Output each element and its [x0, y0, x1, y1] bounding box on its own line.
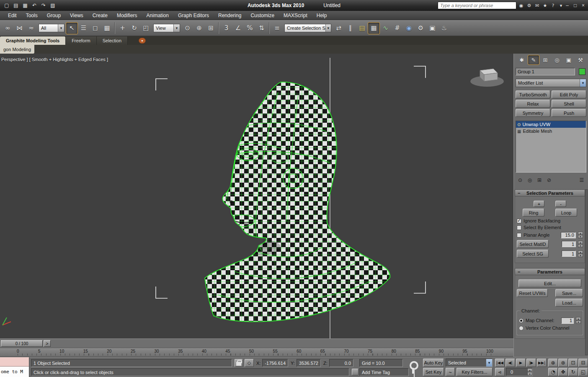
- stack-item-editable-mesh[interactable]: ▦ Editable Mesh: [516, 128, 586, 134]
- select-and-manipulate-icon[interactable]: ⊕: [193, 23, 205, 34]
- vertex-color-radio[interactable]: [519, 326, 524, 331]
- key-mode-toggle[interactable]: ⊲: [495, 368, 505, 376]
- zoom-region-icon[interactable]: ⊟: [578, 359, 588, 367]
- orbit-icon[interactable]: ↻: [568, 368, 578, 376]
- ignore-backfacing-checkbox[interactable]: [517, 219, 521, 223]
- hierarchy-tab-icon[interactable]: ⊞: [540, 55, 551, 65]
- select-matid-button[interactable]: Select MatID: [517, 240, 549, 248]
- tab-polygon-modeling[interactable]: gon Modeling: [0, 45, 34, 54]
- go-to-start-icon[interactable]: |◀◀: [495, 359, 505, 367]
- next-frame-icon[interactable]: |▶: [526, 359, 536, 367]
- percent-snap-toggle-icon[interactable]: %: [244, 23, 255, 34]
- menu-customize[interactable]: Customize: [246, 11, 279, 20]
- selection-set-keys-dropdown[interactable]: Selected ▾: [446, 359, 493, 367]
- auto-key-button[interactable]: Auto Key: [423, 359, 444, 367]
- spinner-snap-toggle-icon[interactable]: ⇅: [256, 23, 267, 34]
- absolute-offset-toggle[interactable]: ◇: [245, 359, 254, 367]
- modifier-enable-icon[interactable]: ⊙: [517, 122, 521, 127]
- ignore-backfacing-row[interactable]: Ignore Backfacing: [517, 218, 583, 223]
- menu-create[interactable]: Create: [88, 11, 112, 20]
- show-end-result-icon[interactable]: ◎: [525, 176, 534, 184]
- tab-graphite-modeling-tools[interactable]: Graphite Modeling Tools: [0, 36, 66, 45]
- motion-tab-icon[interactable]: ◎: [552, 55, 562, 65]
- subscription-center-icon[interactable]: ⚙: [526, 2, 533, 9]
- remove-modifier-icon[interactable]: ⊘: [544, 176, 554, 184]
- select-and-rotate-icon[interactable]: ↻: [129, 23, 140, 34]
- track-bar[interactable]: 0 / 100 >: [0, 338, 513, 348]
- z-coordinate-field[interactable]: 0.0: [329, 359, 353, 367]
- selection-parameters-header[interactable]: − Selection Parameters: [515, 189, 585, 196]
- communication-center-icon[interactable]: ✉: [534, 2, 541, 9]
- graphite-ribbon-toggle-icon[interactable]: ▦: [368, 23, 379, 34]
- align-icon[interactable]: ∥: [345, 23, 356, 34]
- modify-tab-icon[interactable]: ✎: [528, 55, 539, 65]
- go-to-end-icon[interactable]: ▶▶|: [537, 359, 547, 367]
- object-name-field[interactable]: [516, 68, 575, 75]
- tab-selection[interactable]: Selection: [97, 36, 128, 45]
- perspective-viewport[interactable]: Perspective ] [ Smooth + Highlights + Ed…: [0, 54, 513, 338]
- project-folder-icon[interactable]: ▧: [49, 2, 57, 9]
- render-setup-icon[interactable]: ⚙: [415, 23, 426, 34]
- close-button[interactable]: ×: [580, 2, 586, 8]
- menu-graph-editors[interactable]: Graph Editors: [173, 11, 214, 20]
- modifier-list-dropdown[interactable]: Modifier List ▾: [516, 79, 586, 87]
- frame-spinner[interactable]: ▴▾: [527, 368, 532, 376]
- mirror-icon[interactable]: ⇄: [333, 23, 344, 34]
- next-frame-button[interactable]: >: [44, 340, 51, 347]
- menu-animation[interactable]: Animation: [142, 11, 173, 20]
- open-file-icon[interactable]: ▤: [12, 2, 20, 9]
- reset-uvws-button[interactable]: Reset UVWs: [517, 289, 548, 297]
- map-channel-radio[interactable]: [519, 318, 524, 323]
- edit-named-selection-sets-icon[interactable]: ≡: [271, 23, 283, 34]
- map-channel-spinner[interactable]: ▴▾: [576, 317, 581, 324]
- set-key-button[interactable]: Set Key: [423, 368, 444, 376]
- modifier-button-edit-poly[interactable]: Edit Poly: [552, 90, 586, 98]
- head-model[interactable]: [205, 82, 390, 322]
- select-by-element-row[interactable]: Select By Element: [517, 225, 583, 230]
- planar-angle-spinner[interactable]: ▴▾: [578, 232, 583, 238]
- viewport-label[interactable]: Perspective ] [ Smooth + Highlights + Ed…: [1, 57, 108, 62]
- grow-selection-button[interactable]: +: [534, 201, 544, 207]
- time-tag-icon[interactable]: [352, 369, 358, 375]
- ring-button[interactable]: Ring: [523, 209, 544, 217]
- parameters-header[interactable]: − Parameters: [515, 268, 585, 275]
- create-tab-icon[interactable]: ✱: [516, 55, 527, 65]
- menu-views[interactable]: Views: [65, 11, 88, 20]
- select-by-name-icon[interactable]: ☰: [78, 23, 89, 34]
- named-selection-sets-dropdown[interactable]: Create Selection Se ▾: [284, 24, 331, 32]
- minimize-button[interactable]: –: [564, 2, 570, 8]
- new-scene-icon[interactable]: ▢: [3, 2, 11, 9]
- sg-field[interactable]: 1: [562, 250, 576, 257]
- configure-modifier-sets-icon[interactable]: ☰: [577, 176, 586, 184]
- undo-icon[interactable]: ↶: [30, 2, 39, 9]
- modifier-button-turbosmooth[interactable]: TurboSmooth: [516, 90, 550, 98]
- rectangular-selection-region-icon[interactable]: ◻: [90, 23, 101, 34]
- modifier-button-push[interactable]: Push: [552, 109, 586, 117]
- matid-spinner[interactable]: ▴▾: [578, 241, 583, 248]
- key-filters-button[interactable]: Key Filters...: [456, 368, 493, 376]
- curve-editor-icon[interactable]: ∿: [380, 23, 391, 34]
- select-sg-button[interactable]: Select SG: [517, 250, 549, 258]
- timeline-ruler[interactable]: 0510152025303540455055606570758085909510…: [0, 348, 513, 357]
- rendered-frame-window-icon[interactable]: ▣: [427, 23, 438, 34]
- map-channel-row[interactable]: Map Channel: 1 ▴▾: [519, 317, 581, 324]
- save-file-icon[interactable]: ▦: [21, 2, 29, 9]
- select-object-icon[interactable]: ↖: [66, 23, 77, 34]
- utilities-tab-icon[interactable]: ⚒: [575, 55, 586, 65]
- search-go-icon[interactable]: ◉: [518, 2, 525, 9]
- vertex-color-row[interactable]: Vertex Color Channel: [519, 325, 581, 331]
- shrink-selection-button[interactable]: -: [555, 201, 566, 207]
- macro-recorder-pane[interactable]: [0, 357, 29, 367]
- menu-rendering[interactable]: Rendering: [214, 11, 246, 20]
- keyboard-shortcut-override-icon[interactable]: ⊞: [205, 23, 217, 34]
- zoom-extents-icon[interactable]: ⊡: [568, 359, 578, 367]
- planar-angle-checkbox[interactable]: [517, 233, 521, 238]
- help-icon[interactable]: ?: [549, 2, 557, 9]
- menu-group[interactable]: Group: [42, 11, 65, 20]
- select-and-link-icon[interactable]: ∞: [2, 23, 13, 34]
- use-center-flyout-icon[interactable]: ⊙: [182, 23, 193, 34]
- panel-scrollbar[interactable]: [585, 189, 588, 355]
- menu-tools[interactable]: Tools: [21, 11, 42, 20]
- pan-view-icon[interactable]: ✥: [558, 368, 568, 376]
- modifier-button-relax[interactable]: Relax: [516, 100, 550, 108]
